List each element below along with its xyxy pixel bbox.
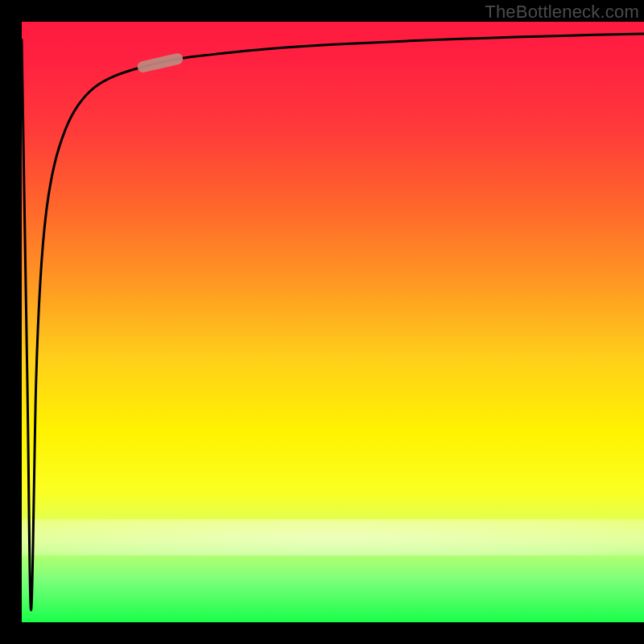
chart-stage: TheBottleneck.com bbox=[0, 0, 644, 644]
curve-svg bbox=[22, 22, 644, 622]
bottleneck-curve bbox=[22, 34, 644, 610]
curve-highlight bbox=[143, 59, 178, 67]
watermark-text: TheBottleneck.com bbox=[485, 2, 639, 23]
